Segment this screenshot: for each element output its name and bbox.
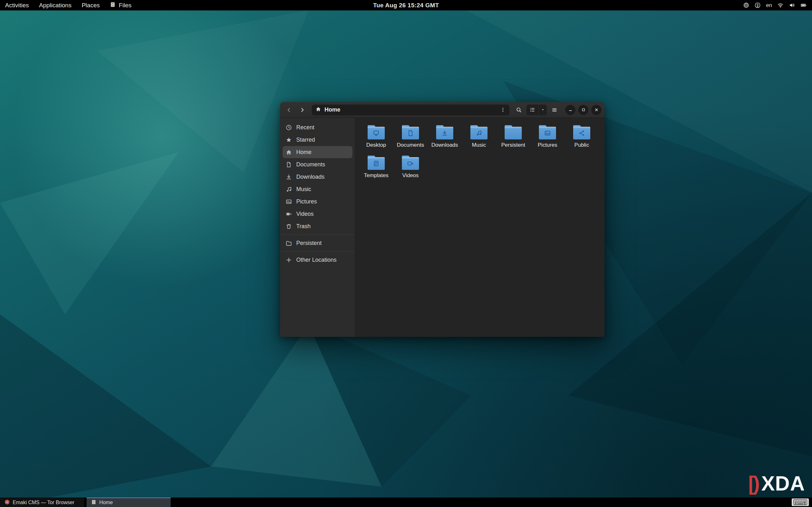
sidebar-item-downloads[interactable]: Downloads — [283, 171, 352, 183]
video-emblem-icon — [407, 160, 414, 167]
system-status-area[interactable]: en — [743, 0, 812, 10]
applications-menu[interactable]: Applications — [34, 0, 77, 10]
clock[interactable]: Tue Aug 26 15:24 GMT — [373, 2, 439, 9]
hamburger-menu-button[interactable] — [549, 104, 560, 116]
picture-icon — [286, 199, 292, 205]
keyboard-indicator-icon[interactable] — [792, 498, 809, 506]
folder-icon — [402, 127, 419, 139]
minimize-button[interactable] — [565, 105, 575, 115]
battery-icon[interactable] — [800, 2, 807, 8]
trash-icon — [286, 223, 292, 229]
window-controls — [565, 105, 601, 115]
search-button[interactable] — [513, 104, 525, 116]
star-icon — [286, 137, 292, 143]
folder-icon — [573, 127, 590, 139]
window-body: Recent Starred Home Documents — [280, 118, 605, 337]
video-camera-icon — [286, 211, 292, 217]
tor-browser-icon — [4, 499, 10, 506]
folder-public[interactable]: Public — [565, 123, 599, 150]
files-app-icon — [91, 499, 96, 506]
path-bar[interactable]: Home — [312, 105, 509, 115]
folder-videos[interactable]: Videos — [393, 153, 427, 180]
sidebar-item-recent[interactable]: Recent — [283, 121, 352, 133]
sidebar-item-documents[interactable]: Documents — [283, 158, 352, 170]
view-options-dropdown[interactable] — [539, 105, 547, 115]
headerbar: Home — [280, 102, 605, 118]
file-name: Desktop — [366, 142, 386, 148]
folder-music[interactable]: Music — [462, 123, 496, 150]
places-sidebar: Recent Starred Home Documents — [280, 118, 355, 337]
window-list-taskbar: Emaki CMS — Tor Browser Home — [0, 498, 812, 507]
back-button[interactable] — [283, 104, 295, 116]
download-icon — [286, 174, 292, 180]
folder-pictures[interactable]: Pictures — [530, 123, 565, 150]
document-emblem-icon — [407, 129, 414, 137]
folder-icon — [368, 157, 385, 170]
xda-watermark: [) XDA — [748, 473, 805, 494]
sidebar-label: Other Locations — [296, 257, 337, 263]
kebab-menu-icon[interactable] — [500, 107, 506, 112]
sidebar-item-music[interactable]: Music — [283, 183, 352, 195]
list-view-button[interactable] — [526, 105, 539, 115]
recent-icon — [286, 124, 292, 130]
file-name: Templates — [364, 172, 388, 179]
folder-icon — [286, 240, 292, 246]
home-icon — [286, 149, 292, 155]
sidebar-label: Starred — [296, 136, 315, 143]
places-menu[interactable]: Places — [77, 0, 105, 10]
files-menu-label: Files — [119, 2, 131, 9]
sidebar-item-persistent[interactable]: Persistent — [283, 237, 352, 249]
sidebar-item-trash[interactable]: Trash — [283, 220, 352, 232]
places-label: Places — [82, 2, 100, 9]
sidebar-item-starred[interactable]: Starred — [283, 134, 352, 146]
files-app-menu[interactable]: Files — [105, 0, 136, 10]
folder-persistent[interactable]: Persistent — [496, 123, 530, 150]
files-app-icon — [110, 2, 116, 9]
desktop-emblem-icon — [372, 129, 380, 137]
folder-templates[interactable]: Templates — [359, 153, 393, 180]
taskbar-item-home[interactable]: Home — [87, 498, 171, 507]
template-emblem-icon — [372, 160, 380, 167]
xda-logo-mark: [) — [748, 473, 758, 494]
music-note-icon — [286, 186, 292, 192]
file-name: Persistent — [501, 142, 525, 148]
sidebar-separator — [280, 234, 355, 235]
sidebar-item-home[interactable]: Home — [283, 146, 352, 158]
sidebar-item-pictures[interactable]: Pictures — [283, 195, 352, 208]
file-view[interactable]: Desktop Documents — [355, 118, 605, 337]
sidebar-label: Downloads — [296, 174, 324, 180]
sidebar-label: Recent — [296, 124, 314, 131]
document-icon — [286, 162, 292, 168]
xda-logo-text: XDA — [761, 473, 805, 494]
music-emblem-icon — [475, 129, 483, 137]
folder-icon — [505, 127, 522, 139]
file-name: Videos — [402, 172, 419, 179]
taskbar-item-label: Emaki CMS — Tor Browser — [13, 500, 74, 505]
network-icon[interactable] — [777, 2, 783, 8]
folder-downloads[interactable]: Downloads — [427, 123, 462, 150]
file-name: Pictures — [538, 142, 557, 148]
close-button[interactable] — [591, 105, 601, 115]
taskbar-item-tor-browser[interactable]: Emaki CMS — Tor Browser — [0, 498, 84, 507]
sidebar-label: Videos — [296, 211, 314, 217]
sidebar-label: Documents — [296, 161, 325, 168]
sidebar-label: Home — [296, 149, 311, 156]
sidebar-label: Persistent — [296, 240, 322, 246]
volume-icon[interactable] — [789, 2, 795, 8]
activities-menu[interactable]: Activities — [0, 0, 34, 10]
sidebar-item-videos[interactable]: Videos — [283, 208, 352, 220]
accessibility-icon[interactable] — [755, 2, 761, 8]
folder-desktop[interactable]: Desktop — [359, 123, 393, 150]
top-bar-menus: Activities Applications Places Files — [0, 0, 137, 10]
taskbar-item-label: Home — [99, 500, 113, 505]
sidebar-item-other-locations[interactable]: Other Locations — [283, 254, 352, 266]
maximize-button[interactable] — [578, 105, 589, 115]
forward-button[interactable] — [297, 104, 308, 116]
plus-icon — [286, 257, 292, 263]
tor-icon[interactable] — [743, 2, 749, 8]
activities-label: Activities — [5, 2, 29, 9]
file-name: Documents — [397, 142, 424, 148]
keyboard-layout-indicator[interactable]: en — [766, 2, 772, 9]
taskbar-tray — [792, 498, 812, 507]
folder-documents[interactable]: Documents — [393, 123, 427, 150]
